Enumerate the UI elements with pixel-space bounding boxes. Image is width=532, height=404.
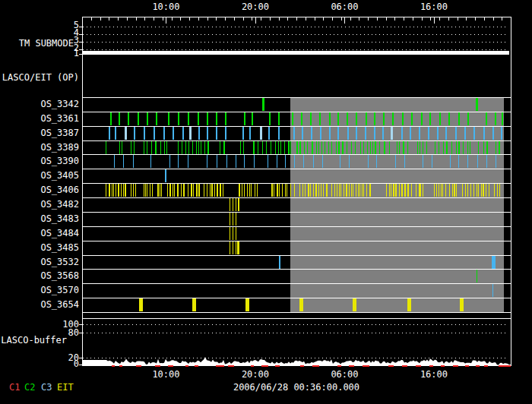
- observation-tick: [237, 241, 239, 254]
- observation-tick: [288, 141, 290, 154]
- observation-tick: [477, 155, 478, 168]
- observation-tick: [198, 141, 199, 154]
- observation-tick: [445, 184, 446, 197]
- observation-tick: [167, 184, 168, 197]
- observation-tick: [481, 184, 482, 197]
- observation-tick: [144, 127, 145, 140]
- axis-minor-tick: [144, 17, 145, 21]
- observation-tick: [325, 141, 325, 154]
- observation-tick: [245, 298, 249, 311]
- observation-tick: [239, 184, 240, 197]
- observation-tick: [271, 184, 273, 197]
- axis-minor-tick: [430, 17, 431, 21]
- tm-submode-label: TM SUBMODE: [0, 39, 74, 49]
- observation-tick: [164, 141, 165, 154]
- time-axis-label: 16:00: [411, 2, 457, 12]
- observation-tick: [110, 112, 112, 125]
- observation-tick: [456, 184, 457, 197]
- observation-tick: [128, 112, 129, 125]
- observation-tick: [331, 141, 332, 154]
- observation-tick: [379, 141, 380, 154]
- observation-tick: [360, 141, 361, 154]
- axis-minor-tick: [413, 17, 413, 21]
- axis-minor-tick: [315, 17, 315, 21]
- observation-tick: [192, 298, 196, 311]
- axis-minor-tick: [404, 17, 404, 21]
- observation-tick: [271, 141, 271, 154]
- axis-minor-tick: [243, 17, 244, 21]
- observation-tick: [254, 155, 255, 168]
- observation-tick: [367, 141, 368, 154]
- buffer-gap-marker: [337, 365, 341, 367]
- observation-tick: [260, 127, 262, 140]
- os-row-label: OS_3568: [0, 271, 79, 281]
- observation-tick: [223, 141, 225, 154]
- axis-minor-tick: [234, 17, 235, 21]
- observation-tick: [134, 127, 135, 140]
- os-row-separator: [83, 283, 511, 284]
- axis-minor-tick: [306, 17, 306, 21]
- observation-tick: [251, 184, 252, 197]
- observation-tick: [334, 184, 335, 197]
- observation-tick: [318, 141, 319, 154]
- os-row-separator: [83, 154, 511, 155]
- observation-tick: [238, 198, 239, 211]
- observation-tick: [486, 112, 487, 125]
- axis-minor-tick: [172, 17, 173, 21]
- observation-tick: [155, 141, 157, 154]
- observation-tick: [139, 298, 143, 311]
- os-row-label: OS_3484: [0, 229, 79, 238]
- time-axis-label: 20:00: [233, 2, 278, 12]
- lasco-buffer-label: LASCO-buffer: [0, 336, 67, 346]
- observation-tick: [338, 141, 340, 154]
- observation-tick: [280, 141, 281, 154]
- observation-tick: [163, 127, 165, 140]
- observation-tick: [389, 141, 390, 154]
- axis-minor-tick: [163, 17, 163, 21]
- observation-tick: [210, 184, 211, 197]
- observation-tick: [416, 184, 416, 197]
- observation-tick: [310, 112, 312, 125]
- axis-minor-tick: [466, 17, 467, 21]
- os-row-label: OS_3389: [0, 143, 79, 153]
- observation-tick: [420, 141, 420, 154]
- observation-tick: [366, 184, 367, 197]
- os-row-label: OS_3405: [0, 171, 79, 181]
- observation-tick: [243, 141, 244, 154]
- axis-minor-tick: [394, 17, 395, 21]
- observation-tick: [236, 198, 236, 211]
- observation-tick: [395, 155, 396, 168]
- observation-tick: [483, 127, 485, 140]
- observation-tick: [247, 184, 248, 197]
- observation-tick: [462, 184, 463, 197]
- buffer-gap-marker: [312, 365, 319, 367]
- axis-minor-tick: [341, 17, 342, 21]
- observation-tick: [458, 112, 460, 125]
- observation-tick: [502, 112, 503, 125]
- observation-tick: [278, 112, 280, 125]
- observation-tick: [185, 141, 186, 154]
- observation-tick: [375, 141, 376, 154]
- observation-tick: [296, 141, 298, 154]
- observation-tick: [347, 127, 349, 140]
- lasco-eit-planning-screen: 10:0020:0006:0016:00 TM SUBMODE 54321 LA…: [0, 0, 532, 404]
- axis-minor-tick: [252, 17, 252, 21]
- observation-tick: [450, 155, 451, 168]
- observation-tick: [279, 256, 280, 269]
- axis-minor-tick: [279, 17, 280, 21]
- observation-tick: [313, 155, 314, 168]
- os-row-label: OS_3390: [0, 156, 79, 166]
- observation-tick: [369, 184, 371, 197]
- observation-tick: [411, 184, 412, 197]
- observation-tick: [307, 141, 308, 154]
- observation-tick: [428, 127, 429, 140]
- observation-tick: [417, 141, 418, 154]
- observation-tick: [454, 184, 455, 197]
- observation-tick: [188, 141, 189, 154]
- observation-tick: [169, 184, 171, 197]
- observation-tick: [340, 184, 341, 197]
- observation-tick: [225, 112, 226, 125]
- observation-tick: [220, 184, 221, 197]
- observation-tick: [494, 184, 495, 197]
- time-axis-label: 06:00: [321, 370, 367, 380]
